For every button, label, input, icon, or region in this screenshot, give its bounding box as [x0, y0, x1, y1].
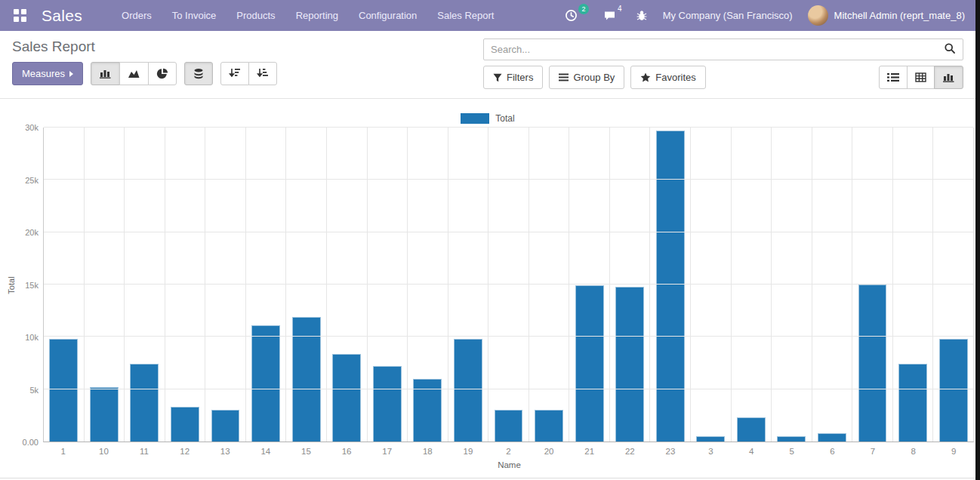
- legend-item-total[interactable]: Total: [0, 109, 975, 128]
- bar-cell-2: [488, 128, 529, 442]
- stacked-toggle-button[interactable]: [184, 62, 213, 85]
- company-switcher[interactable]: My Company (San Francisco): [663, 10, 793, 21]
- x-axis-title: Name: [43, 460, 975, 474]
- bar-cell-7: [852, 128, 892, 442]
- bar-cell-14: [245, 128, 286, 442]
- h-gridline-30k: [44, 127, 973, 128]
- search-input[interactable]: [491, 44, 944, 55]
- y-tick-label-30k: 30k: [25, 122, 39, 133]
- x-tick-label-1: 1: [43, 447, 84, 456]
- x-tick-label-12: 12: [165, 447, 205, 456]
- bar-19[interactable]: [454, 339, 482, 442]
- apps-menu-icon[interactable]: [14, 9, 26, 22]
- sort-descending-button[interactable]: [220, 62, 249, 85]
- x-tick-label-10: 10: [84, 447, 125, 456]
- facet-row: Filters Group By: [483, 66, 963, 89]
- top-navbar: Sales OrdersTo InvoiceProductsReportingC…: [0, 0, 975, 31]
- menu-item-sales-report[interactable]: Sales Report: [437, 10, 494, 21]
- bar-16[interactable]: [332, 354, 361, 442]
- view-switcher: [879, 66, 963, 89]
- group-by-button[interactable]: Group By: [549, 66, 624, 89]
- y-tick-label-5k: 5k: [29, 385, 39, 395]
- bar-3[interactable]: [696, 436, 725, 442]
- bar-2[interactable]: [495, 410, 523, 442]
- bar-cell-13: [205, 128, 245, 442]
- menu-item-configuration[interactable]: Configuration: [359, 10, 417, 21]
- bar-chart-button[interactable]: [91, 62, 120, 85]
- bar-22[interactable]: [615, 287, 644, 442]
- bar-cell-22: [609, 128, 650, 442]
- graph-view: Total Total 0.005k10k15k20k25k30k 110111…: [0, 99, 975, 478]
- x-tick-label-20: 20: [529, 447, 569, 456]
- bar-cell-19: [448, 128, 488, 442]
- x-tick-label-17: 17: [367, 447, 408, 456]
- measures-button[interactable]: Measures: [12, 62, 83, 85]
- y-axis: 0.005k10k15k20k25k30k: [0, 128, 43, 442]
- x-tick-label-3: 3: [691, 447, 732, 456]
- x-tick-label-6: 6: [812, 447, 853, 456]
- bar-cell-18: [407, 128, 448, 442]
- search-icon[interactable]: [944, 42, 956, 57]
- caret-right-icon: [69, 71, 73, 77]
- menu-item-reporting[interactable]: Reporting: [296, 10, 338, 21]
- h-gridline-10k: [44, 336, 973, 337]
- pie-chart-button[interactable]: [148, 62, 177, 85]
- x-tick-label-21: 21: [569, 447, 610, 456]
- favorites-button[interactable]: Favorites: [630, 66, 705, 89]
- app-name[interactable]: Sales: [42, 7, 82, 25]
- x-tick-label-16: 16: [326, 447, 367, 456]
- messages-icon[interactable]: 4: [603, 10, 621, 22]
- x-tick-label-15: 15: [286, 447, 327, 456]
- bar-23[interactable]: [656, 131, 685, 442]
- bar-cells: [44, 128, 973, 442]
- bar-1[interactable]: [49, 339, 78, 442]
- bar-8[interactable]: [898, 364, 927, 442]
- favorites-star-icon: [640, 72, 651, 82]
- x-tick-label-19: 19: [448, 447, 488, 456]
- line-chart-button[interactable]: [119, 62, 149, 85]
- bug-icon[interactable]: [636, 10, 648, 22]
- bar-cell-4: [731, 128, 772, 442]
- bar-cell-10: [84, 128, 125, 442]
- bar-17[interactable]: [373, 366, 402, 442]
- bar-4[interactable]: [737, 417, 766, 442]
- page-title: Sales Report: [12, 38, 277, 55]
- x-axis: 1101112131415161718192202122233456789: [43, 442, 974, 460]
- bar-12[interactable]: [171, 407, 199, 442]
- bar-20[interactable]: [535, 410, 563, 442]
- bar-13[interactable]: [211, 410, 240, 442]
- search-box: [483, 38, 963, 60]
- menu-item-orders[interactable]: Orders: [122, 10, 152, 21]
- menu-item-to-invoice[interactable]: To Invoice: [172, 10, 217, 21]
- bar-cell-20: [529, 128, 569, 442]
- plot-area: [43, 128, 974, 442]
- list-view-button[interactable]: [879, 66, 908, 89]
- bar-9[interactable]: [939, 339, 968, 442]
- bar-6[interactable]: [818, 433, 846, 442]
- bar-11[interactable]: [130, 364, 159, 442]
- bar-cell-16: [326, 128, 367, 442]
- bar-cell-1: [44, 128, 84, 442]
- x-tick-label-11: 11: [124, 447, 165, 456]
- pivot-view-button[interactable]: [907, 66, 935, 89]
- h-gridline-25k: [44, 179, 973, 180]
- x-tick-label-8: 8: [893, 447, 934, 456]
- bar-5[interactable]: [777, 436, 806, 442]
- bar-14[interactable]: [251, 325, 280, 442]
- bar-7[interactable]: [858, 285, 887, 442]
- x-tick-label-2: 2: [488, 447, 529, 456]
- bar-21[interactable]: [575, 285, 604, 442]
- menu-item-products[interactable]: Products: [236, 10, 275, 21]
- bar-cell-6: [812, 128, 852, 442]
- sort-ascending-button[interactable]: [248, 62, 277, 85]
- bar-10[interactable]: [90, 387, 119, 442]
- legend-swatch: [461, 113, 489, 124]
- x-tick-label-23: 23: [650, 447, 691, 456]
- bottom-divider: [0, 478, 975, 478]
- activity-clock-icon[interactable]: 2: [565, 9, 588, 22]
- user-menu[interactable]: Mitchell Admin (reprt_mate_8): [808, 5, 965, 26]
- bar-cell-5: [771, 128, 812, 442]
- filters-button[interactable]: Filters: [483, 66, 543, 89]
- top-menu: OrdersTo InvoiceProductsReportingConfigu…: [122, 10, 494, 21]
- graph-view-button[interactable]: [934, 66, 963, 89]
